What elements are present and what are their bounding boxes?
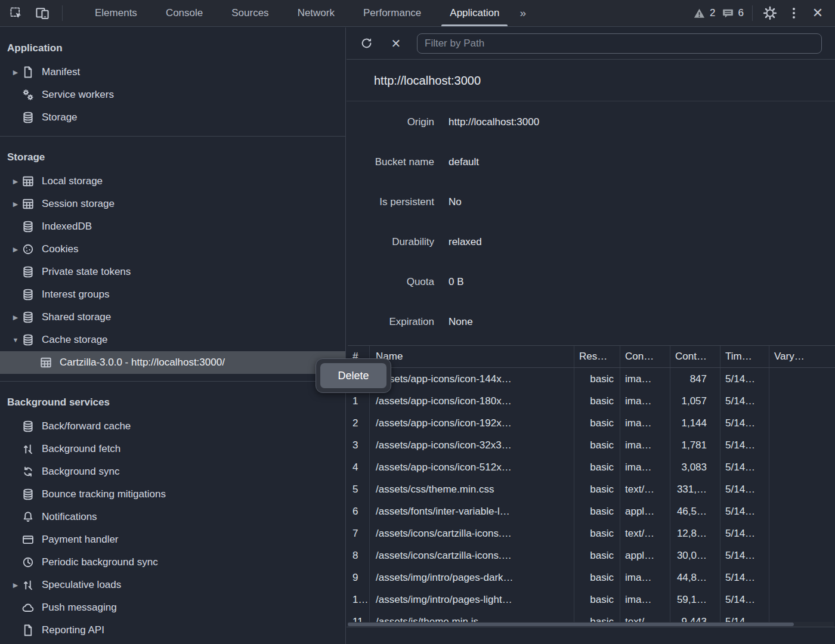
message-icon [722,7,734,20]
cell-name: /assets/icons/cartzilla-icons.… [370,544,574,566]
tab-elements[interactable]: Elements [81,0,151,26]
bucket-details: Originhttp://localhost:3000Bucket namede… [347,102,835,345]
filter-input[interactable] [417,33,822,54]
sidebar-item-background-fetch[interactable]: Background fetch [0,438,345,460]
sidebar-item-cache-storage[interactable]: ▼Cache storage [0,329,345,351]
sidebar-item-interest-groups[interactable]: Interest groups [0,283,345,306]
table-row[interactable]: 11/assets/js/theme.min.jsbasictext/…9,44… [348,611,835,622]
cell-tim: 5/14… [720,390,769,412]
sidebar-item-payment-handler[interactable]: Payment handler [0,528,345,551]
section-header-storage: Storage [0,145,345,170]
table-row[interactable]: 3/assets/app-icons/icon-32x3…basicima…1,… [348,434,835,456]
cell-name: /assets/app-icons/icon-32x3… [370,434,574,456]
detail-value: relaxed [449,236,482,248]
sidebar-item-service-workers[interactable]: Service workers [0,83,345,106]
sidebar-item-indexeddb[interactable]: IndexedDB [0,215,345,238]
column-header-tim[interactable]: Tim… [720,346,769,367]
cell-name: /assets/app-icons/icon-192x… [370,412,574,434]
sidebar-item-reporting-api[interactable]: Reporting API [0,619,345,642]
detail-value: None [449,316,473,328]
sidebar-item-cookies[interactable]: ▶Cookies [0,238,345,261]
table-row[interactable]: 1/assets/app-icons/icon-180x…basicima…1,… [348,390,835,412]
sidebar-item-manifest[interactable]: ▶Manifest [0,61,345,83]
chevron-down-icon[interactable]: ▼ [10,336,21,343]
sidebar-item-speculative-loads[interactable]: ▶Speculative loads [0,574,345,596]
sidebar-item-periodic-background-sync[interactable]: Periodic background sync [0,551,345,574]
sidebar-item-back-forward-cache[interactable]: Back/forward cache [0,415,345,438]
chevron-right-icon[interactable]: ▶ [10,314,21,321]
cell-cont: 1,781 [670,434,720,456]
column-header-name[interactable]: Name [370,346,574,367]
gears-icon [21,88,35,101]
table-row[interactable]: 4/assets/app-icons/icon-512x…basicima…3,… [348,456,835,478]
cell-res: basic [574,412,620,434]
table-row[interactable]: 1…/assets/img/intro/pages-light…basicima… [348,589,835,611]
settings-gear-icon[interactable] [761,4,779,22]
sidebar-item-shared-storage[interactable]: ▶Shared storage [0,306,345,329]
sidebar-item-session-storage[interactable]: ▶Session storage [0,193,345,215]
cell-tim: 5/14… [720,522,769,544]
detail-row-bucket-name: Bucket namedefault [347,142,835,182]
table-row[interactable]: 0/assets/app-icons/icon-144x…basicima…84… [348,368,835,390]
column-header-vary[interactable]: Vary… [769,346,835,367]
column-header-con[interactable]: Con… [620,346,670,367]
cookie-icon [21,243,35,256]
document-icon [21,624,35,637]
cell-con: appl… [620,500,670,522]
cell-num: 9 [348,566,370,589]
cell-vary [769,589,835,611]
tab-network[interactable]: Network [283,0,349,26]
cache-entries-table: #NameRes…Con…Cont…Tim…Vary…0/assets/app-… [348,345,835,622]
table-row[interactable]: 8/assets/icons/cartzilla-icons.…basicapp… [348,544,835,566]
chevron-right-icon[interactable]: ▶ [10,246,21,253]
context-menu-item-delete[interactable]: Delete [320,363,386,388]
origin-title: http://localhost:3000 [374,74,481,88]
table-row[interactable]: 6/assets/fonts/inter-variable-l…basicapp… [348,500,835,522]
cell-num: 1… [348,589,370,611]
sidebar-item-push-messaging[interactable]: Push messaging [0,596,345,619]
refresh-icon[interactable] [357,35,375,52]
chevron-right-icon[interactable]: ▶ [10,200,21,208]
cell-vary [769,368,835,390]
cell-tim: 5/14… [720,478,769,500]
table-row[interactable]: 7/assets/icons/cartzilla-icons.…basictex… [348,522,835,544]
chevron-right-icon[interactable]: ▶ [10,581,21,589]
clear-icon[interactable]: ✕ [387,35,405,52]
messages-badge[interactable]: 6 [722,7,744,20]
sidebar-item-storage[interactable]: Storage [0,106,345,129]
tab-application[interactable]: Application [435,0,514,26]
cell-vary [769,500,835,522]
column-header-cont[interactable]: Cont… [670,346,720,367]
sidebar-item-label: Speculative loads [42,579,121,591]
table-row[interactable]: 9/assets/img/intro/pages-dark…basicima…4… [348,566,835,589]
section-header-background-services: Background services [0,390,345,415]
cell-cont: 3,083 [670,456,720,478]
tab-sources[interactable]: Sources [217,0,283,26]
sidebar-item-bounce-tracking-mitigations[interactable]: Bounce tracking mitigations [0,483,345,506]
sidebar-item-background-sync[interactable]: Background sync [0,460,345,483]
tab-console[interactable]: Console [151,0,217,26]
table-row[interactable]: 5/assets/css/theme.min.cssbasictext/…331… [348,478,835,500]
detail-value: default [449,156,479,168]
sidebar-item-cartzilla-3-0-0-http-localhost-3000[interactable]: Cartzilla-3.0.0 - http://localhost:3000/ [0,351,345,374]
warnings-badge[interactable]: 2 [693,7,715,20]
sidebar-item-private-state-tokens[interactable]: Private state tokens [0,261,345,283]
cell-name: /assets/img/intro/pages-dark… [370,566,574,589]
inspect-element-icon[interactable] [7,4,25,22]
device-toolbar-icon[interactable] [33,4,51,22]
more-tabs-button[interactable]: » [514,0,531,26]
table-row[interactable]: 2/assets/app-icons/icon-192x…basicima…1,… [348,412,835,434]
chevron-right-icon[interactable]: ▶ [10,178,21,185]
close-devtools-icon[interactable]: ✕ [809,4,827,22]
sidebar-item-local-storage[interactable]: ▶Local storage [0,170,345,193]
more-options-icon[interactable] [785,4,803,22]
sidebar-section-background-services: Background servicesBack/forward cacheBac… [0,382,345,644]
scrollbar-thumb[interactable] [348,623,794,626]
cell-tim: 5/14… [720,412,769,434]
column-header-res[interactable]: Res… [574,346,620,367]
tab-performance[interactable]: Performance [349,0,435,26]
detail-label: Expiration [347,316,434,328]
cache-toolbar: ✕ [347,27,835,60]
sidebar-item-notifications[interactable]: Notifications [0,506,345,528]
chevron-right-icon[interactable]: ▶ [10,69,21,76]
